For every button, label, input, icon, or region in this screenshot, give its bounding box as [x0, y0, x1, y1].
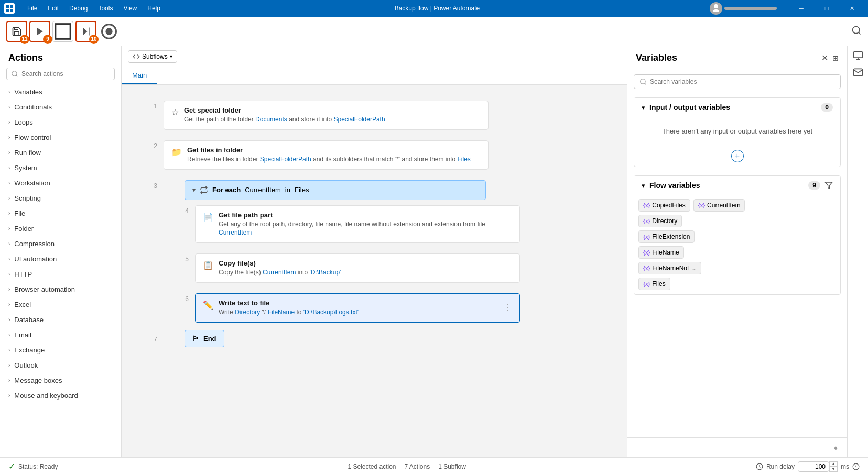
step-desc-1: Get the path of the folder Documents and…: [184, 115, 481, 124]
var-chip-copiedfiles[interactable]: {x}CopiedFiles: [638, 199, 690, 212]
add-input-output-button[interactable]: +: [731, 150, 744, 162]
save-button[interactable]: 11: [6, 21, 27, 42]
window-controls: ─ □ ✕: [789, 0, 864, 17]
tab-main[interactable]: Main: [122, 67, 157, 84]
record-button[interactable]: [99, 21, 120, 42]
menu-debug[interactable]: Debug: [65, 4, 92, 13]
layers-icon[interactable]: [853, 50, 863, 61]
close-button[interactable]: ✕: [840, 0, 864, 17]
input-output-add: +: [634, 146, 840, 167]
toolbar: 11 9 10: [0, 17, 868, 46]
menu-file[interactable]: File: [23, 4, 41, 13]
action-file[interactable]: ›File: [0, 206, 121, 221]
flow-variables-count: 9: [808, 181, 820, 190]
run-button[interactable]: 9: [29, 21, 50, 42]
step-icon-6: ✏️: [203, 300, 213, 310]
menu-edit[interactable]: Edit: [44, 4, 63, 13]
input-output-title: Input / output variables: [649, 103, 817, 112]
step-card-1[interactable]: ☆ Get special folder Get the path of the…: [164, 101, 489, 130]
input-output-collapse-icon: ▾: [642, 104, 645, 112]
action-conditionals[interactable]: ›Conditionals: [0, 100, 121, 115]
end-num: 7: [143, 334, 157, 343]
filter-icon[interactable]: [824, 181, 833, 190]
var-chip-files[interactable]: {x}Files: [638, 278, 670, 290]
var-chip-fileextension[interactable]: {x}FileExtension: [638, 230, 695, 243]
step-1: 1 ☆ Get special folder Get the path of t…: [143, 95, 606, 135]
flow-variables-header[interactable]: ▾ Flow variables 9: [634, 176, 840, 195]
action-mouseandkeyboard[interactable]: ›Mouse and keyboard: [0, 388, 121, 403]
variables-search-input[interactable]: [650, 78, 835, 85]
action-system[interactable]: ›System: [0, 160, 121, 175]
var-chip-filenamenoe[interactable]: {x}FileNameNoE...: [638, 262, 701, 274]
foreach-num: 3: [143, 180, 157, 190]
foreach-header[interactable]: ▾ For each CurrentItem in Files: [185, 180, 486, 200]
action-runflow[interactable]: ›Run flow: [0, 145, 121, 160]
action-messageboxes[interactable]: ›Message boxes: [0, 373, 121, 388]
stop-button[interactable]: [52, 21, 73, 42]
run-delay-down[interactable]: ▼: [829, 467, 838, 472]
canvas-tabs: Main: [122, 67, 627, 85]
menu-help[interactable]: Help: [143, 4, 165, 13]
variables-bottom-icon[interactable]: ⬧: [833, 442, 839, 453]
action-loops[interactable]: ›Loops: [0, 115, 121, 130]
variables-layers-icon[interactable]: ⊞: [832, 54, 839, 62]
step-card-5[interactable]: 📋 Copy file(s) Copy the file(s) CurrentI…: [195, 253, 520, 283]
input-output-section: ▾ Input / output variables 0 There aren'…: [634, 97, 841, 167]
action-folder[interactable]: ›Folder: [0, 221, 121, 236]
action-scripting[interactable]: ›Scripting: [0, 191, 121, 206]
var-chip-filename[interactable]: {x}FileName: [638, 246, 684, 259]
action-excel[interactable]: ›Excel: [0, 297, 121, 312]
svg-point-12: [12, 71, 17, 76]
collapse-icon[interactable]: ▾: [192, 186, 196, 194]
action-variables[interactable]: ›Variables: [0, 84, 121, 100]
step-card-6[interactable]: ✏️ Write text to file Write Directory '\…: [195, 293, 520, 323]
run-delay-input[interactable]: [798, 461, 829, 472]
action-uiautomation[interactable]: ›UI automation: [0, 251, 121, 267]
step-num-1: 1: [143, 101, 157, 110]
action-compression[interactable]: ›Compression: [0, 236, 121, 251]
mail-icon[interactable]: [853, 67, 863, 78]
svg-rect-3: [10, 9, 13, 12]
maximize-button[interactable]: □: [815, 0, 839, 17]
run-delay-up[interactable]: ▲: [829, 461, 838, 467]
canvas-content[interactable]: 1 ☆ Get special folder Get the path of t…: [122, 85, 627, 457]
step-button[interactable]: 10: [75, 21, 96, 42]
var-chip-directory[interactable]: {x}Directory: [638, 215, 682, 227]
minimize-button[interactable]: ─: [789, 0, 813, 17]
action-workstation[interactable]: ›Workstation: [0, 175, 121, 191]
step-badge: 10: [89, 35, 99, 44]
search-icon: [11, 70, 18, 78]
step-title-6: Write text to file: [219, 299, 498, 307]
actions-search-input[interactable]: [21, 70, 110, 78]
step-icon-5: 📋: [203, 260, 213, 270]
var-chips-row: {x}CopiedFiles {x}CurrentItem: [638, 199, 836, 212]
step-title-1: Get special folder: [184, 106, 481, 114]
end-block[interactable]: 🏳 End: [185, 330, 224, 347]
run-delay-spinner[interactable]: ▲ ▼: [829, 461, 838, 472]
menu-tools[interactable]: Tools: [94, 4, 117, 13]
svg-marker-4: [37, 27, 43, 35]
menu-view[interactable]: View: [119, 4, 141, 13]
variables-search-box[interactable]: [634, 74, 841, 89]
actions-search-box[interactable]: [6, 68, 115, 80]
action-http[interactable]: ›HTTP: [0, 267, 121, 282]
variables-close-button[interactable]: ✕: [821, 53, 828, 63]
step-more-icon[interactable]: ⋮: [504, 303, 512, 313]
var-chip-currentitem[interactable]: {x}CurrentItem: [693, 199, 745, 212]
svg-marker-6: [83, 27, 87, 35]
action-browserautomation[interactable]: ›Browser automation: [0, 282, 121, 297]
action-flowcontrol[interactable]: ›Flow control: [0, 130, 121, 145]
subflows-button[interactable]: Subflows ▾: [128, 50, 177, 63]
actions-list: ›Variables ›Conditionals ›Loops ›Flow co…: [0, 84, 121, 457]
step-card-4[interactable]: 📄 Get file path part Get any of the root…: [195, 205, 520, 244]
action-exchange[interactable]: ›Exchange: [0, 343, 121, 358]
action-outlook[interactable]: ›Outlook: [0, 358, 121, 373]
run-delay-stepper[interactable]: ▲ ▼: [798, 461, 838, 472]
flow-variables-section: ▾ Flow variables 9 {x}CopiedFiles {x}Cur…: [634, 175, 841, 295]
input-output-header[interactable]: ▾ Input / output variables 0: [634, 98, 840, 117]
toolbar-search[interactable]: [851, 25, 862, 37]
action-email[interactable]: ›Email: [0, 327, 121, 343]
run-delay-label: Run delay: [766, 463, 795, 470]
step-card-2[interactable]: 📁 Get files in folder Retrieve the files…: [164, 140, 489, 170]
action-database[interactable]: ›Database: [0, 312, 121, 327]
